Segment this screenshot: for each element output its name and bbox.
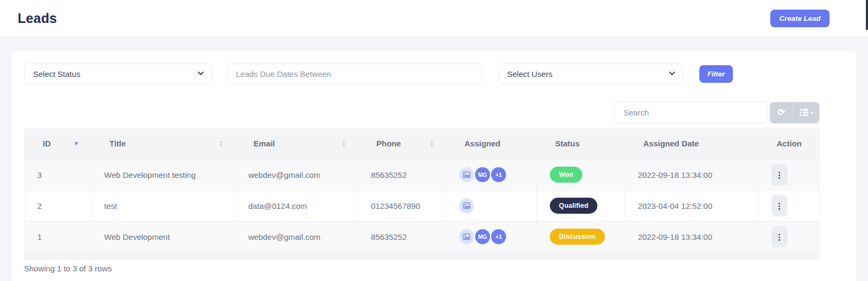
cell-title: Web Development [91,221,235,252]
column-label: Phone [376,139,401,148]
filter-row: Select Status Select Users Filter [24,64,819,84]
cell-id: 2 [25,190,91,221]
top-bar: Leads Create Lead [0,0,868,36]
cell-assigned: MG+1 [446,159,537,190]
status-select[interactable]: Select Status [24,64,212,84]
sort-desc-icon: ▼ [74,140,79,146]
status-badge: Qualified [550,198,597,214]
users-select-value: Select Users [507,69,553,79]
column-header-id[interactable]: ID▼ [25,128,91,159]
cell-id: 3 [25,159,91,190]
search-input[interactable] [614,102,768,123]
cell-email: webdev@gmail.com [235,221,358,252]
cell-action: ⋮ [759,221,820,252]
refresh-button[interactable]: ⟳ [770,102,793,123]
cell-assigned-date: 2022-09-18 13:34:00 [625,159,759,190]
column-label: Assigned [464,139,501,148]
avatar-initials: MG [475,229,490,244]
ellipsis-vertical-icon: ⋮ [776,170,784,179]
cell-action: ⋮ [759,190,820,221]
avatar-image [459,167,474,182]
cell-email: data@0124.com [235,190,358,221]
table-row: 3Web Development testingwebdev@gmail.com… [25,159,820,190]
table-row: 2testdata@0124.com01234567890Qualified20… [25,190,820,221]
cell-phone: 85635252 [358,159,446,190]
page-title: Leads [18,11,57,26]
column-label: Assigned Date [643,139,699,148]
avatar-initials: MG [475,167,490,182]
status-badge: Won [550,167,582,183]
columns-toggle-button[interactable]: ▾ [793,102,819,123]
avatar-more: +1 [491,229,506,244]
column-label: Email [254,139,275,148]
cell-assigned-date: 2023-04-04 12:52:00 [625,190,759,221]
column-header-assigned_date: Assigned Date [625,128,759,159]
cell-phone: 01234567890 [358,190,446,221]
cell-assigned [446,190,537,221]
scrollbar-thumb[interactable] [866,0,868,30]
cell-assigned: MG+1 [446,221,537,252]
row-actions-button[interactable]: ⋮ [771,164,787,185]
image-icon [463,233,470,240]
row-actions-button[interactable]: ⋮ [771,226,787,247]
cell-status: Won [537,159,625,190]
image-icon [463,202,470,209]
table-tools: ⟳ ▾ [770,102,819,123]
due-dates-input[interactable] [227,64,482,84]
image-icon [463,171,470,178]
leads-card: Select Status Select Users Filter ⟳ [12,51,856,281]
chevron-down-icon [669,69,675,75]
column-label: Status [555,139,580,148]
sort-icon: ▲▼ [342,140,346,147]
cell-status: Discussion [537,221,625,252]
caret-down-icon: ▾ [811,110,814,115]
chevron-down-icon [198,69,203,75]
cell-phone: 85635252 [358,221,446,252]
ellipsis-vertical-icon: ⋮ [776,232,784,241]
column-label: Action [777,139,802,148]
cell-status: Qualified [537,190,625,221]
status-badge: Discussion [550,229,605,245]
create-lead-button[interactable]: Create Lead [770,10,830,27]
table-header-row: ID▼Title▲▼Email▲▼Phone▲▼AssignedStatusAs… [25,128,820,159]
refresh-icon: ⟳ [777,107,785,118]
pagination-summary: Showing 1 to 3 of 3 rows [24,264,819,273]
table-list-icon [800,109,808,116]
cell-email: webdev@gmail.com [235,159,358,190]
avatar-more: +1 [491,167,506,182]
sort-icon: ▲▼ [219,140,223,147]
cell-id: 1 [25,221,91,252]
table-footer-strip [24,253,819,260]
table-row: 1Web Developmentwebdev@gmail.com85635252… [25,221,820,252]
column-label: ID [43,139,51,148]
cell-title: Web Development testing [91,159,235,190]
status-select-value: Select Status [33,69,80,79]
users-select[interactable]: Select Users [498,64,683,84]
cell-assigned-date: 2022-09-18 13:34:00 [625,221,759,252]
cell-title: test [91,190,235,221]
avatar-image [459,229,474,244]
column-label: Title [109,139,126,148]
avatar-image [459,198,474,213]
filter-button[interactable]: Filter [699,65,733,83]
column-header-action: Action [759,128,820,159]
search-toolbar: ⟳ ▾ [24,102,819,123]
sort-icon: ▲▼ [430,140,434,147]
leads-table: ID▼Title▲▼Email▲▼Phone▲▼AssignedStatusAs… [24,128,820,253]
table-body: 3Web Development testingwebdev@gmail.com… [25,159,820,252]
cell-action: ⋮ [759,159,820,190]
column-header-email[interactable]: Email▲▼ [235,128,358,159]
column-header-title[interactable]: Title▲▼ [91,128,235,159]
row-actions-button[interactable]: ⋮ [771,195,787,216]
column-header-status: Status [537,128,625,159]
ellipsis-vertical-icon: ⋮ [776,201,784,210]
column-header-assigned: Assigned [446,128,537,159]
column-header-phone[interactable]: Phone▲▼ [358,128,446,159]
